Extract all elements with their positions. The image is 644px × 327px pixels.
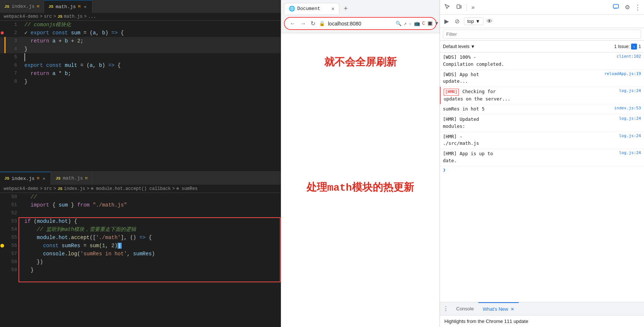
chat-icon bbox=[613, 4, 619, 10]
bot-dot-59 bbox=[0, 266, 4, 274]
cursor-icon bbox=[444, 4, 450, 10]
back-button[interactable]: ← bbox=[289, 20, 296, 28]
code-line-2: 2 ✓ export const sum = (a, b) => { bbox=[0, 29, 281, 37]
code-line-3: 3 return a + b + 2; bbox=[0, 37, 281, 45]
js-icon-math-bot: JS bbox=[55, 176, 60, 181]
console-src-6[interactable]: log.js:24 bbox=[619, 133, 641, 138]
browser-tab-bar: 🌐 Document ✕ + bbox=[284, 3, 437, 14]
linecontent-4: } bbox=[23, 45, 281, 53]
forward-button[interactable]: → bbox=[299, 20, 307, 28]
more-tools-btn[interactable]: » bbox=[470, 3, 476, 12]
linenum-1: 1 bbox=[4, 21, 23, 29]
console-src-2[interactable]: reloadApp.js:19 bbox=[604, 71, 641, 76]
browser-content: 就不会全屏刷新 处理math模块的热更新 bbox=[281, 33, 440, 327]
levels-label: Default levels bbox=[443, 44, 470, 49]
console-tab-label: Console bbox=[456, 306, 474, 311]
bot-linenum-56: 56 bbox=[4, 242, 23, 250]
bot-dot-51 bbox=[0, 201, 4, 209]
console-src-5[interactable]: log.js:24 bbox=[619, 116, 641, 121]
block-btn[interactable]: ⊘ bbox=[453, 16, 461, 26]
browser-tab-close[interactable]: ✕ bbox=[332, 6, 335, 12]
bot-line-54: 54 // 监听到math模块，需要重走下面的逻辑 bbox=[0, 225, 281, 234]
lock-icon: 🔒 bbox=[319, 21, 325, 27]
devtools-panel: » ⚙ ⋮ ▶ ⊘ Filter top ▼ 👁 Default levels … bbox=[440, 0, 644, 327]
svg-text:i: i bbox=[634, 45, 634, 48]
tab-index-modified: M bbox=[37, 4, 40, 9]
refresh-button[interactable]: ↻ bbox=[310, 19, 316, 28]
vscode-panel: JS index.js M JS math.js M ✕ webpack4-de… bbox=[0, 0, 281, 327]
bottom-tab-bar: JS index.js M ✕ JS math.js M bbox=[0, 172, 281, 185]
linecontent-7: return a * b; bbox=[23, 69, 281, 78]
tab-math-js-bottom[interactable]: JS math.js M bbox=[51, 172, 92, 185]
filter-input[interactable] bbox=[443, 30, 641, 39]
zoom-icon: 🔍 bbox=[396, 21, 401, 27]
tab-console[interactable]: Console bbox=[452, 302, 478, 315]
code-line-6: 6 export const mult = (a, b) => { bbox=[0, 61, 281, 69]
dot-2 bbox=[0, 29, 4, 37]
chat-icon-btn[interactable] bbox=[611, 2, 620, 13]
bot-dot-57 bbox=[0, 250, 4, 258]
console-src-7[interactable]: log.js:24 bbox=[619, 150, 641, 155]
console-src-4[interactable]: index.js:53 bbox=[614, 106, 641, 110]
svg-rect-0 bbox=[457, 5, 460, 8]
annotation-top: 就不会全屏刷新 bbox=[306, 55, 414, 70]
whats-new-tab-label: What's New bbox=[483, 306, 508, 312]
address-input[interactable] bbox=[328, 21, 393, 27]
bot-linenum-51: 51 bbox=[4, 201, 23, 209]
bc-sep1: > bbox=[40, 14, 43, 19]
bc2-sep2: > bbox=[53, 186, 56, 191]
issue-svg: i bbox=[632, 45, 636, 48]
dot-4 bbox=[0, 45, 4, 53]
settings-btn[interactable]: ⚙ bbox=[623, 2, 631, 12]
console-src-3[interactable]: log.js:24 bbox=[619, 88, 641, 93]
top-dropdown[interactable]: Filter top ▼ bbox=[464, 17, 484, 25]
tab-index-js-top[interactable]: JS index.js M bbox=[0, 0, 44, 13]
console-output[interactable]: [WDS] 100% -Compilation completed. clien… bbox=[440, 52, 644, 302]
whats-new-close[interactable]: ✕ bbox=[511, 307, 514, 312]
bot-line-55: 55 module.hot.accept(['./math'], () => { bbox=[0, 234, 281, 242]
bc-dots: ... bbox=[88, 14, 96, 19]
console-expand-arrow[interactable]: ❯ bbox=[440, 166, 644, 173]
new-tab-button[interactable]: + bbox=[341, 3, 351, 14]
bot-linecontent-57: console.log('sumRes in hot', sumRes) bbox=[23, 250, 281, 258]
dot-7 bbox=[0, 69, 4, 78]
levels-arrow: ▼ bbox=[471, 44, 475, 49]
devtools-toolbar: » ⚙ ⋮ bbox=[440, 0, 644, 15]
bot-line-51: 51 import { sum } from "./math.js" bbox=[0, 201, 281, 209]
bot-linenum-50: 50 bbox=[4, 193, 23, 201]
bot-linenum-58: 58 bbox=[4, 258, 23, 266]
tab-math-close[interactable]: ✕ bbox=[83, 4, 88, 10]
inspect-element-btn[interactable] bbox=[443, 2, 452, 13]
linenum-5: 5 bbox=[4, 53, 23, 61]
levels-dropdown[interactable]: Default levels ▼ bbox=[443, 44, 475, 49]
device-toolbar-btn[interactable] bbox=[455, 2, 464, 13]
linenum-4: 4 bbox=[4, 45, 23, 53]
console-entry-6: [HMR] -./src/math.js log.js:24 bbox=[440, 132, 644, 149]
bc2-src: src bbox=[44, 186, 52, 191]
tab-index-bot-close[interactable]: ✕ bbox=[41, 176, 46, 182]
tab-index-bot-label: index.js bbox=[11, 176, 34, 181]
star-icon[interactable]: ☆ bbox=[409, 21, 412, 27]
tab-math-js-top[interactable]: JS math.js M ✕ bbox=[44, 0, 92, 13]
console-msg-1: [WDS] 100% -Compilation completed. bbox=[443, 54, 614, 68]
bot-linecontent-52 bbox=[23, 209, 281, 217]
bot-line-57: 57 console.log('sumRes in hot', sumRes) bbox=[0, 250, 281, 258]
tab-whats-new[interactable]: What's New ✕ bbox=[478, 302, 519, 315]
top-editor: JS index.js M JS math.js M ✕ webpack4-de… bbox=[0, 0, 281, 172]
devtools-toolbar2: ▶ ⊘ Filter top ▼ 👁 bbox=[440, 15, 644, 28]
browser-tab-document[interactable]: 🌐 Document ✕ bbox=[284, 3, 339, 14]
tab-index-js-bottom[interactable]: JS index.js M ✕ bbox=[0, 172, 51, 185]
issue-badge: 1 Issue: i 1 bbox=[614, 44, 641, 50]
three-dots-btn[interactable]: ⋮ bbox=[440, 305, 452, 312]
more-options-btn[interactable]: ⋮ bbox=[634, 3, 641, 11]
linenum-3: 3 bbox=[4, 37, 23, 45]
code-line-4: 4 } bbox=[0, 45, 281, 53]
device-icon bbox=[456, 4, 462, 10]
top-text: top bbox=[467, 18, 474, 24]
console-src-1[interactable]: client:102 bbox=[617, 54, 641, 59]
bot-line-58: 58 }) bbox=[0, 258, 281, 266]
red-dot-2 bbox=[1, 31, 4, 34]
console-entry-1: [WDS] 100% -Compilation completed. clien… bbox=[440, 52, 644, 70]
tab-index-label: index.js bbox=[11, 4, 34, 9]
play-btn[interactable]: ▶ bbox=[443, 16, 450, 26]
